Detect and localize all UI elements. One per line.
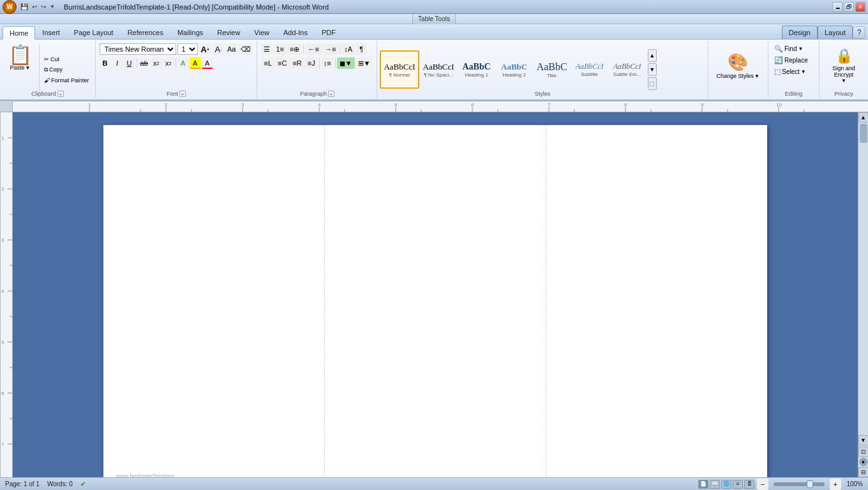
font-size-select[interactable]: 11	[177, 43, 198, 55]
sign-encrypt-button[interactable]: 🔒 Sign and Encrypt ▼	[823, 43, 864, 88]
zoom-in-button[interactable]: +	[830, 479, 841, 490]
change-case-button[interactable]: Aa	[225, 43, 237, 55]
styles-gallery-content: AaBbCcI ¶ Normal AaBbCcI ¶ No Spaci... A…	[380, 43, 705, 96]
tab-pdf[interactable]: PDF	[315, 26, 343, 39]
page-down-button[interactable]: ⊟	[858, 467, 869, 477]
ruler-container: 1 2 3 4 5 6 7 8	[0, 101, 868, 112]
tab-view[interactable]: View	[247, 26, 276, 39]
subscript-button[interactable]: x2	[151, 57, 162, 69]
copy-button[interactable]: ⧉ Copy	[42, 65, 91, 75]
privacy-group-footer: Privacy	[819, 91, 868, 97]
zoom-slider[interactable]	[774, 482, 825, 486]
tab-pagelayout[interactable]: Page Layout	[67, 26, 121, 39]
sort-button[interactable]: ↕A	[341, 43, 355, 55]
multilevel-button[interactable]: ≡⊕	[287, 43, 302, 55]
increase-indent-button[interactable]: →≡	[322, 43, 338, 55]
redo-quick-btn[interactable]: ↪	[40, 3, 47, 11]
tab-insert[interactable]: Insert	[35, 26, 67, 39]
privacy-label: Privacy	[834, 91, 853, 97]
style-title[interactable]: AaBbC Title	[534, 50, 571, 89]
undo-quick-btn[interactable]: ↩	[31, 3, 38, 11]
style-subtle-em[interactable]: AaBbCcI Subtle Em...	[609, 50, 646, 89]
italic-button[interactable]: I	[112, 57, 123, 69]
show-marks-button[interactable]: ¶	[355, 43, 367, 55]
shading-button[interactable]: ◼▼	[337, 57, 355, 69]
spell-check-icon: ✔	[80, 480, 86, 487]
change-styles-button[interactable]: 🎨 Change Styles ▼	[712, 43, 764, 88]
font-name-select[interactable]: Times New Roman	[100, 43, 176, 55]
text-effects-button[interactable]: A	[177, 57, 189, 69]
format-painter-button[interactable]: 🖌 Format Painter	[42, 76, 91, 85]
font-expand-button[interactable]: ⌄	[179, 91, 186, 97]
svg-text:1: 1	[1, 135, 4, 141]
decrease-indent-button[interactable]: ←≡	[305, 43, 321, 55]
tab-references[interactable]: References	[121, 26, 170, 39]
style-h2-label: Heading 2	[502, 72, 525, 78]
office-button[interactable]: W	[3, 0, 17, 14]
clear-format-button[interactable]: ⌫	[239, 43, 253, 55]
draft-view-btn[interactable]: ≣	[744, 480, 754, 489]
web-layout-view-btn[interactable]: 🌐	[721, 480, 731, 489]
styles-expand[interactable]: ⬚	[648, 77, 657, 90]
style-heading2[interactable]: AaBbC Heading 2	[496, 50, 533, 89]
bold-button[interactable]: B	[100, 57, 111, 69]
document-page: www.heritagechristianc...	[103, 125, 767, 477]
align-right-button[interactable]: ≡R	[290, 57, 304, 69]
zoom-out-button[interactable]: −	[757, 479, 768, 490]
underline-button[interactable]: U	[124, 57, 135, 69]
zoom-handle[interactable]	[807, 480, 813, 488]
tab-addins[interactable]: Add-Ins	[276, 26, 315, 39]
tab-home[interactable]: Home	[3, 26, 35, 40]
scroll-down-button[interactable]: ▼	[858, 435, 869, 445]
select-button[interactable]: ⬚ Select ▼	[772, 66, 808, 77]
minimize-button[interactable]: 🗕	[832, 2, 842, 12]
style-subtitle[interactable]: AaBbCcI Subtitle	[571, 50, 608, 89]
tab-review[interactable]: Review	[210, 26, 247, 39]
line-spacing-button[interactable]: ↕≡	[321, 57, 334, 69]
tab-layout[interactable]: Layout	[818, 26, 853, 39]
style-normal[interactable]: AaBbCcI ¶ Normal	[380, 50, 419, 89]
change-styles-arrow: ▼	[754, 73, 760, 79]
superscript-button[interactable]: x2	[163, 57, 174, 69]
align-left-button[interactable]: ≡L	[261, 57, 274, 69]
style-heading1[interactable]: AaBbC Heading 1	[458, 50, 495, 89]
save-quick-btn[interactable]: 💾	[19, 3, 29, 11]
paste-button[interactable]: 📋 Paste ▼	[4, 43, 36, 96]
table-tools-label: Table Tools	[412, 14, 456, 24]
justify-button[interactable]: ≡J	[305, 57, 318, 69]
font-color-button[interactable]: A	[202, 57, 213, 69]
help-button[interactable]: ?	[853, 26, 865, 39]
print-layout-view-btn[interactable]: 📄	[698, 480, 708, 489]
font-label: Font	[167, 91, 178, 97]
find-button[interactable]: 🔍 Find ▼	[772, 43, 805, 54]
strikethrough-button[interactable]: ab	[138, 57, 150, 69]
style-no-spacing[interactable]: AaBbCcI ¶ No Spaci...	[420, 50, 458, 89]
align-center-button[interactable]: ≡C	[275, 57, 289, 69]
paragraph-expand-button[interactable]: ⌄	[328, 91, 334, 97]
highlight-button[interactable]: A	[190, 57, 201, 69]
styles-scroll-up[interactable]: ▲	[648, 49, 657, 62]
select-browse-button[interactable]: ●	[859, 457, 868, 466]
bullets-button[interactable]: ☰	[261, 43, 273, 55]
close-button[interactable]: ✕	[855, 2, 865, 12]
scroll-track[interactable]	[858, 122, 868, 435]
grow-font-button[interactable]: A+	[199, 43, 211, 55]
cut-button[interactable]: ✂ Cut	[42, 55, 91, 64]
shrink-font-button[interactable]: A-	[213, 43, 224, 55]
outline-view-btn[interactable]: ≡	[733, 480, 743, 489]
scroll-thumb[interactable]	[860, 124, 867, 143]
scroll-up-button[interactable]: ▲	[858, 112, 869, 122]
numbering-button[interactable]: 1≡	[273, 43, 287, 55]
clipboard-expand-button[interactable]: ⌄	[57, 91, 64, 97]
tab-mailings[interactable]: Mailings	[170, 26, 210, 39]
words-info: Words: 0	[47, 480, 73, 487]
styles-scroll-down[interactable]: ▼	[648, 63, 657, 76]
tab-design[interactable]: Design	[782, 26, 818, 39]
customize-quick-btn[interactable]: ▼	[49, 3, 56, 10]
borders-button[interactable]: ⊞▼	[355, 57, 373, 69]
page-up-button[interactable]: ⊡	[858, 447, 869, 457]
replace-button[interactable]: 🔄 Replace	[772, 55, 810, 66]
full-reading-view-btn[interactable]: 📖	[710, 480, 720, 489]
restore-button[interactable]: 🗗	[844, 2, 854, 12]
editing-group-footer: Editing	[768, 91, 819, 97]
